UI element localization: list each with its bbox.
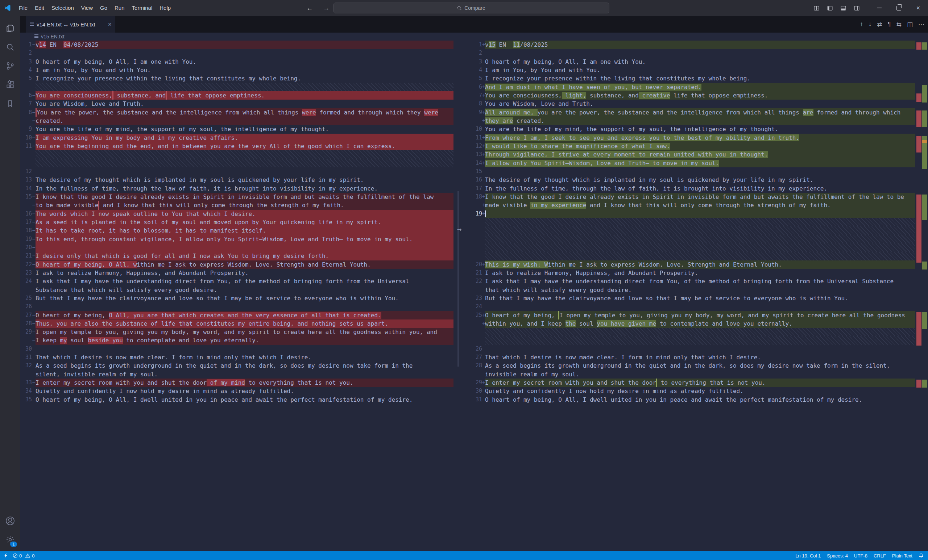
code-row[interactable]: +they are created.: [467, 117, 915, 125]
code-row[interactable]: −created.: [20, 117, 453, 125]
code-row[interactable]: 29+I enter my secret room with you and s…: [467, 379, 915, 387]
code-row[interactable]: 26: [20, 303, 453, 311]
code-row[interactable]: 14In the fullness of time, through the l…: [20, 184, 453, 193]
menu-item-selection[interactable]: Selection: [48, 0, 78, 16]
command-center-search[interactable]: Compare: [333, 3, 609, 14]
code-row[interactable]: 16The desire of my thought which is impl…: [467, 176, 915, 184]
code-row[interactable]: 20−: [20, 243, 453, 252]
minimize-button[interactable]: [869, 0, 889, 16]
back-icon[interactable]: ←: [306, 5, 313, 12]
code-row[interactable]: +within you, and I keep the soul you hav…: [467, 320, 915, 328]
code-row[interactable]: 23But that I may have the clairvoyance a…: [467, 294, 915, 303]
code-row[interactable]: 14+I allow only You Spirit—Wisdom, Love …: [467, 159, 915, 167]
close-button[interactable]: ×: [908, 0, 928, 16]
tab-close-icon[interactable]: ×: [108, 21, 111, 27]
problems-status[interactable]: 0 0: [13, 553, 34, 558]
code-row[interactable]: silent, invisible realm of my soul.: [20, 370, 453, 379]
settings-gear-icon[interactable]: 1: [0, 530, 20, 549]
code-row[interactable]: 24: [467, 303, 915, 311]
code-row[interactable]: 1−v14 EN 04/08/2025: [20, 41, 453, 49]
code-row[interactable]: 6+And I am dust in what I have seen of y…: [467, 83, 915, 91]
inline-view-toggle-icon[interactable]: ⇆: [896, 21, 902, 28]
language-mode-status[interactable]: Plain Text: [892, 553, 913, 558]
code-row[interactable]: 15: [467, 167, 915, 176]
code-row[interactable]: invisible realm of my soul.: [467, 370, 915, 379]
split-editor-icon[interactable]: ◫: [907, 21, 913, 28]
next-change-icon[interactable]: ↓: [868, 21, 872, 28]
cursor-position-status[interactable]: Ln 19, Col 1: [795, 553, 821, 558]
code-row[interactable]: 12: [20, 167, 453, 176]
eol-status[interactable]: CRLF: [874, 553, 886, 558]
code-row[interactable]: 17−As a seed it is planted in the soil o…: [20, 218, 453, 227]
code-row[interactable]: 5I recognize your presence within the li…: [20, 74, 453, 82]
code-row[interactable]: 15−I know that the good I desire already…: [20, 193, 453, 201]
scrollbar-slider[interactable]: [458, 191, 459, 367]
search-sidebar-icon[interactable]: [0, 38, 20, 56]
code-row[interactable]: 6−You are consciousness, substance, and …: [20, 91, 453, 100]
code-row[interactable]: that which will satisfy every good desir…: [467, 286, 915, 294]
code-row[interactable]: 7+You are consciousness, light, substanc…: [467, 91, 915, 100]
code-row[interactable]: 35O heart of my being, O All, I dwell un…: [20, 396, 453, 404]
code-row[interactable]: +made visible in my experience and I kno…: [467, 201, 915, 209]
code-row[interactable]: 27−O heart of my being, O All, you are t…: [20, 311, 453, 320]
code-row[interactable]: 21I ask to realize Harmony, Happiness, a…: [467, 269, 915, 277]
accounts-icon[interactable]: [0, 511, 20, 530]
code-row[interactable]: 2: [467, 49, 915, 57]
code-row[interactable]: 20+This is my wish: Within me I ask to e…: [467, 260, 915, 269]
code-row[interactable]: 8−You are the power, the substance and t…: [20, 108, 453, 117]
code-row[interactable]: 2: [20, 49, 453, 57]
restore-button[interactable]: [889, 0, 908, 16]
menu-item-go[interactable]: Go: [96, 0, 111, 16]
code-row[interactable]: 19+: [467, 210, 915, 218]
code-row[interactable]: 28−Thus, you are also the substance of l…: [20, 320, 453, 328]
code-row[interactable]: 16−The words which I now speak outline t…: [20, 210, 453, 218]
code-row[interactable]: 11+From where I am, I seek to see you an…: [467, 134, 915, 142]
code-row[interactable]: 9+All around me, you are the power, the …: [467, 108, 915, 117]
toggle-sidebar-icon[interactable]: [827, 5, 833, 11]
code-row[interactable]: 12+I would like to share the magnificenc…: [467, 142, 915, 150]
code-row[interactable]: 4I am in You, by You and with You.: [467, 66, 915, 74]
code-row[interactable]: 13The desire of my thought which is impl…: [20, 176, 453, 184]
code-row[interactable]: 30: [20, 345, 453, 353]
extensions-icon[interactable]: [0, 75, 20, 94]
code-row[interactable]: 3O heart of my being, O All, I am one wi…: [20, 58, 453, 66]
code-row[interactable]: 30Quietly and confidently I now hold my …: [467, 387, 915, 395]
notifications-bell-icon[interactable]: [919, 553, 923, 558]
code-row[interactable]: 10You are the life of my mind, the suppo…: [467, 125, 915, 133]
previous-change-icon[interactable]: ↑: [860, 21, 863, 28]
render-whitespace-icon[interactable]: ¶: [888, 21, 891, 28]
encoding-status[interactable]: UTF-8: [854, 553, 867, 558]
overview-ruler[interactable]: [916, 41, 928, 551]
menu-item-edit[interactable]: Edit: [31, 0, 48, 16]
tab-diff-v14-v15[interactable]: v14 EN.txt ↔ v15 EN.txt ×: [26, 16, 115, 33]
explorer-icon[interactable]: [0, 19, 20, 38]
code-row[interactable]: 34Quietly and confidently I now hold my …: [20, 387, 453, 395]
bookmarks-icon[interactable]: [0, 94, 20, 113]
code-row[interactable]: 19−To this end, through constant vigilan…: [20, 235, 453, 243]
remote-indicator-icon[interactable]: [3, 553, 8, 558]
code-row[interactable]: 8You are Wisdom, Love and Truth.: [467, 100, 915, 108]
source-control-icon[interactable]: [0, 56, 20, 75]
code-row[interactable]: 24I ask that I may have the understandin…: [20, 277, 453, 285]
code-row[interactable]: 23I ask to realize Harmony, Happiness, a…: [20, 269, 453, 277]
code-row[interactable]: 31That which I desire is now made clear.…: [20, 353, 453, 362]
code-row[interactable]: 10−I am expressing You in my body and in…: [20, 134, 453, 142]
toggle-panel-icon[interactable]: [840, 5, 846, 11]
diff-revert-arrow-icon[interactable]: →: [454, 224, 465, 235]
code-row[interactable]: 5I recognize your presence within the li…: [467, 74, 915, 82]
code-row[interactable]: 7You are Wisdom, Love and Truth.: [20, 100, 453, 108]
breadcrumb[interactable]: v15 EN.txt: [20, 33, 928, 41]
code-row[interactable]: 17In the fullness of time, through the l…: [467, 184, 915, 193]
code-row[interactable]: 28As a seed begins its growth undergroun…: [467, 362, 915, 370]
code-row[interactable]: Substance that which will satisfy every …: [20, 286, 453, 294]
code-row[interactable]: 18−It has to take root, it has to blosso…: [20, 227, 453, 235]
code-row[interactable]: 11−You are the beginning and the end, an…: [20, 142, 453, 150]
code-row[interactable]: 29−I open my temple to you, giving you m…: [20, 328, 453, 336]
customize-layout-icon[interactable]: [814, 5, 820, 11]
code-row[interactable]: 18+I know that the good I desire already…: [467, 193, 915, 201]
code-row[interactable]: 22−O heart of my being, O All, within me…: [20, 260, 453, 269]
menu-item-file[interactable]: File: [15, 0, 31, 16]
indentation-status[interactable]: Spaces: 4: [827, 553, 848, 558]
code-row[interactable]: 27That which I desire is now made clear.…: [467, 353, 915, 362]
forward-icon[interactable]: →: [323, 5, 330, 12]
